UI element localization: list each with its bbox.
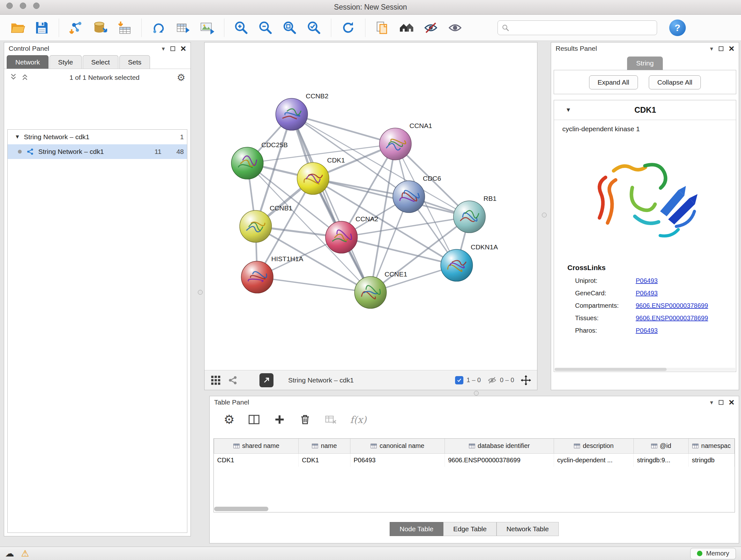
tab-select[interactable]: Select [83,55,118,69]
show-all-button[interactable] [445,17,466,38]
zoom-in-button[interactable] [231,17,252,38]
network-edge[interactable] [257,277,370,293]
memory-button[interactable]: Memory [690,548,736,559]
column-header[interactable]: database identifier [445,439,554,453]
apply-layout-button[interactable] [148,17,169,38]
share-network-icon[interactable] [227,375,239,386]
crosslink-link[interactable]: 9606.ENSP00000378699 [636,314,708,322]
tab-sets[interactable]: Sets [119,55,150,69]
cell-namespace[interactable]: stringdb [689,453,735,467]
panel-maximize-icon[interactable] [719,400,724,405]
column-header[interactable]: canonical name [350,439,445,453]
network-collection-row[interactable]: ▼ String Network – cdk1 1 [8,130,187,144]
network-canvas[interactable]: CCNB2CCNA1CDC25BCDK1CDC6RB1CCNB1CCNA2CDK… [205,43,537,370]
disclosure-triangle-icon[interactable]: ▼ [15,134,20,140]
refresh-view-button[interactable] [338,17,359,38]
birds-eye-crosshair-icon[interactable] [521,375,531,386]
cloud-status-icon[interactable]: ☁ [5,549,14,558]
column-header[interactable]: name [299,439,350,453]
network-node-CCNA2[interactable] [326,221,357,253]
cell-canonical-name[interactable]: P06493 [350,453,445,467]
cell-id[interactable]: stringdb:9... [634,453,689,467]
show-columns-icon[interactable] [248,414,260,426]
bottom-splitter-handle[interactable] [474,391,479,395]
warning-icon[interactable]: ⚠ [21,549,29,558]
help-button[interactable]: ? [669,19,686,36]
export-image-button[interactable] [197,17,218,38]
network-node-CDC25B[interactable] [231,147,263,179]
open-session-button[interactable] [7,17,28,38]
tab-node-table[interactable]: Node Table [390,522,443,536]
panel-maximize-icon[interactable] [171,46,175,51]
cell-name[interactable]: CDK1 [299,453,350,467]
panel-close-icon[interactable]: × [729,397,734,407]
cell-description[interactable]: cyclin-dependent ... [554,453,634,467]
network-options-gear-icon[interactable]: ⚙ [177,73,185,82]
tab-network[interactable]: Network [7,55,49,69]
network-node-CDC6[interactable] [393,181,425,212]
network-node-CCNB2[interactable] [276,98,308,130]
tab-edge-table[interactable]: Edge Table [443,522,496,536]
import-table-button[interactable] [114,17,135,38]
panel-float-icon[interactable]: ▾ [162,45,165,52]
minimize-window-button[interactable] [20,3,26,9]
crosslink-link[interactable]: P06493 [636,327,658,334]
hide-selection-button[interactable] [420,17,441,38]
network-node-CCNB1[interactable] [240,210,272,242]
crosslink-link[interactable]: P06493 [636,277,658,285]
import-network-file-button[interactable] [65,17,86,38]
network-node-RB1[interactable] [454,201,485,233]
table-horizontal-scrollbar[interactable] [214,507,342,511]
grid-view-icon[interactable] [210,375,221,386]
network-node-CCNE1[interactable] [354,276,387,308]
panel-float-icon[interactable]: ▾ [710,45,713,52]
cell-database-identifier[interactable]: 9606.ENSP00000378699 [445,453,554,467]
network-node-CCNA1[interactable] [380,128,411,160]
open-in-new-window-button[interactable] [259,373,273,387]
network-node-CDK1[interactable] [297,163,329,194]
column-header[interactable]: shared name [214,439,299,453]
zoom-selected-button[interactable] [304,17,325,38]
tab-style[interactable]: Style [50,55,82,69]
selected-checkbox-icon[interactable] [455,376,463,384]
network-node-HIST1H1A[interactable] [241,261,273,293]
column-header[interactable]: @id [634,439,689,453]
right-splitter-handle[interactable] [542,212,547,217]
gene-header-row[interactable]: ▼ CDK1 [554,100,736,120]
panel-float-icon[interactable]: ▾ [710,399,713,406]
crosslink-link[interactable]: P06493 [636,290,658,297]
network-edge[interactable] [292,114,370,293]
results-horizontal-scrollbar[interactable] [555,368,735,371]
tab-network-table[interactable]: Network Table [496,522,559,536]
copy-document-button[interactable] [372,17,393,38]
export-table-button[interactable] [172,17,193,38]
close-window-button[interactable] [6,3,13,9]
tab-string[interactable]: String [627,57,663,70]
delete-column-trash-icon[interactable] [299,414,311,426]
expand-all-networks-icon[interactable] [9,73,17,82]
expand-all-button[interactable]: Expand All [589,75,638,89]
import-network-database-button[interactable] [90,17,111,38]
collapse-all-button[interactable]: Collapse All [649,75,701,89]
disclosure-triangle-icon[interactable]: ▼ [565,107,571,113]
zoom-fit-button[interactable] [279,17,300,38]
panel-maximize-icon[interactable] [719,46,724,51]
column-header[interactable]: namespac [689,439,735,453]
zoom-out-button[interactable] [255,17,276,38]
save-session-button[interactable] [31,17,52,38]
collapse-all-networks-icon[interactable] [21,73,29,82]
home-button[interactable] [396,17,417,38]
column-header[interactable]: description [554,439,634,453]
network-row[interactable]: String Network – cdk1 11 48 [8,144,187,159]
search-input[interactable] [512,24,653,31]
table-settings-gear-icon[interactable]: ⚙ [224,414,234,426]
maximize-window-button[interactable] [33,3,40,9]
network-node-CDKN1A[interactable] [441,249,473,281]
cell-shared-name[interactable]: CDK1 [214,453,299,467]
crosslink-link[interactable]: 9606.ENSP00000378699 [636,302,708,309]
panel-close-icon[interactable]: × [180,44,186,53]
add-column-icon[interactable] [273,414,286,426]
panel-close-icon[interactable]: × [729,44,734,53]
left-splitter-handle[interactable] [198,290,203,295]
table-row[interactable]: CDK1 CDK1 P06493 9606.ENSP00000378699 cy… [214,453,735,467]
